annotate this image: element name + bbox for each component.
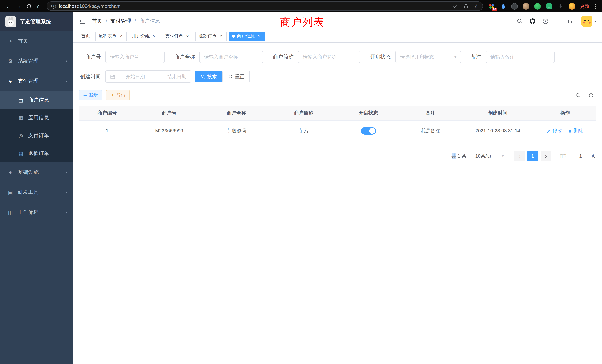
sidebar-item-pay-orders[interactable]: ◎ 支付订单 [0,127,73,145]
font-size-icon[interactable]: TT [567,18,573,24]
export-button[interactable]: 导出 [106,90,130,100]
sidebar-item-workflow[interactable]: ◫ 工作流程 [0,202,73,222]
close-icon[interactable] [152,33,157,39]
extension-badge: 10 [492,8,497,11]
chrome-update-button[interactable]: 更新 [580,3,589,10]
tab-label: 用户分组 [132,33,150,39]
date-range-picker[interactable]: 开始日期 - 结束日期 [105,70,191,83]
add-button[interactable]: 新增 [79,90,102,100]
show-search-icon[interactable] [575,93,581,98]
plus-icon [83,93,87,97]
total-count: 1 [456,153,462,159]
breadcrumb-home[interactable]: 首页 [92,18,102,24]
tab-pay-orders[interactable]: 支付订单 [162,31,194,41]
filter-remark: 备注 [471,51,555,63]
help-icon[interactable]: ? [542,18,548,24]
fullscreen-icon[interactable] [555,18,561,24]
search-button[interactable]: 搜索 [195,71,222,82]
dark-circle-extension-icon[interactable] [510,2,519,10]
reset-button[interactable]: 重置 [222,71,250,82]
close-icon[interactable] [257,33,262,39]
status-toggle[interactable] [361,127,376,134]
browser-menu-icon[interactable]: ⋮ [592,3,598,10]
forward-icon[interactable]: → [14,1,24,11]
tab-label: 退款订单 [199,33,216,39]
full-name-input[interactable] [204,54,258,60]
share-icon[interactable] [463,3,469,9]
tab-user-group[interactable]: 用户分组 [129,31,160,41]
reload-icon[interactable] [24,1,34,11]
orange-avatar-extension-icon[interactable] [568,2,576,10]
merchant-no-field[interactable] [105,51,165,63]
close-icon[interactable] [185,33,190,39]
prev-page-button[interactable] [514,151,525,161]
yen-icon: ¥ [7,78,13,84]
short-name-input[interactable] [303,54,355,60]
tab-process-form[interactable]: 流程表单 [95,31,127,41]
remark-field[interactable] [486,51,555,63]
notes-extension-icon[interactable] [545,2,553,10]
site-info-icon[interactable] [51,4,56,9]
breadcrumb-payment[interactable]: 支付管理 [110,18,131,24]
sidebar-item-merchant-info[interactable]: ▤ 商户信息 [0,91,73,109]
app-logo[interactable]: 芋道管理系统 [0,12,73,31]
url-text[interactable]: localhost:1024/pay/merchant [59,3,120,9]
next-page-button[interactable] [541,151,551,161]
merchant-no-input[interactable] [110,54,160,60]
green-circle-extension-icon[interactable] [533,2,542,10]
user-menu[interactable]: ▾ [581,16,596,27]
hamburger-icon[interactable] [79,17,86,25]
start-date-placeholder[interactable]: 开始日期 [126,73,145,80]
col-index: 商户编号 [79,106,136,120]
filter-label: 备注 [471,54,481,60]
sidebar-item-system[interactable]: ⚙ 系统管理 [0,51,73,71]
edit-link[interactable]: 修改 [547,127,562,134]
url-bar[interactable]: localhost:1024/pay/merchant ☆ [47,1,483,11]
full-name-field[interactable] [199,51,263,63]
tab-refund-orders[interactable]: 退款订单 [195,31,227,41]
github-icon[interactable] [529,18,536,24]
close-icon[interactable] [218,33,224,39]
sidebar-item-payment[interactable]: ¥ 支付管理 [0,71,73,91]
page-annotation: 商户列表 [280,15,325,29]
status-select[interactable]: 请选择开启状态 ▾ [395,51,461,63]
short-name-field[interactable] [298,51,360,63]
goto-page-input[interactable] [573,151,588,161]
sidebar-item-label: 系统管理 [18,58,39,64]
remark-input[interactable] [490,54,550,60]
col-merchant-no: 商户号 [136,106,203,120]
page-number-1[interactable]: 1 [527,151,538,161]
sidebar-item-refund-orders[interactable]: ▧ 退款订单 [0,145,73,162]
col-status: 开启状态 [337,106,399,120]
card-icon: ▤ [18,97,24,103]
search-icon[interactable] [516,18,523,24]
end-date-placeholder[interactable]: 结束日期 [167,73,186,80]
header: 首页 / 支付管理 / 商户信息 商户列表 ? TT ▾ [73,12,602,30]
pinwheel-extension-icon[interactable] [556,2,565,10]
caret-down-icon: ▾ [594,19,596,23]
grid-icon: ▦ [18,115,24,121]
refresh-table-icon[interactable] [588,93,594,98]
bookmark-star-icon[interactable]: ☆ [474,3,479,9]
sidebar-item-home[interactable]: ◔ 首页 [0,31,73,51]
cell-full-name: 芋道源码 [203,120,270,141]
tab-merchant-info[interactable]: 商户信息 [229,31,265,41]
merchant-table: 商户编号 商户号 商户全称 商户简称 开启状态 备注 创建时间 操作 1 [79,106,596,141]
apps-extension-icon[interactable]: 10 [487,2,496,10]
delete-link[interactable]: 删除 [568,127,583,134]
cell-short-name: 芋艿 [270,120,337,141]
sidebar-item-app-info[interactable]: ▦ 应用信息 [0,109,73,127]
page-size-select[interactable]: 10条/页 ▾ [472,151,507,161]
drop-extension-icon[interactable] [499,2,507,10]
sidebar: 芋道管理系统 ◔ 首页 ⚙ 系统管理 ¥ 支付管理 ▤ 商户信息 ▦ [0,12,73,364]
back-icon[interactable]: ← [4,1,14,11]
sidebar-item-infrastructure[interactable]: ⊞ 基础设施 [0,162,73,182]
page-content: 商户号 商户全称 商户简称 开启状态 请选择开启状态 [73,43,602,364]
close-icon[interactable] [118,33,123,39]
sidebar-item-dev-tools[interactable]: ▣ 研发工具 [0,182,73,202]
tab-home[interactable]: 首页 [78,31,93,41]
password-key-icon[interactable] [453,3,458,9]
drop-glyph [501,3,505,9]
home-icon[interactable]: ⌂ [34,1,44,11]
avatar-extension-icon[interactable] [522,2,530,10]
